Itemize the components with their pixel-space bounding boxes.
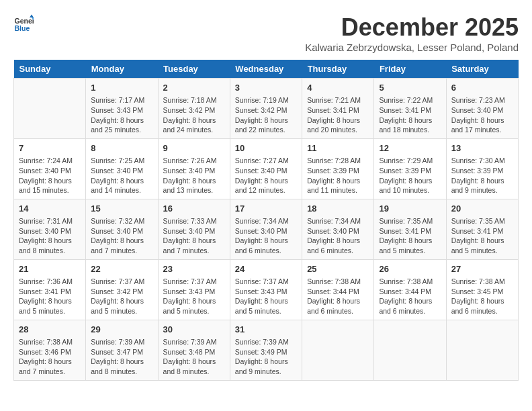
calendar-cell: 6Sunrise: 7:23 AM Sunset: 3:40 PM Daylig… [446, 79, 518, 139]
location-subtitle: Kalwaria Zebrzydowska, Lesser Poland, Po… [305, 42, 519, 53]
calendar-cell: 12Sunrise: 7:29 AM Sunset: 3:39 PM Dayli… [374, 138, 446, 199]
cell-content: Sunrise: 7:38 AM Sunset: 3:46 PM Dayligh… [19, 337, 81, 377]
cell-content: Sunrise: 7:23 AM Sunset: 3:40 PM Dayligh… [451, 95, 513, 135]
day-number: 22 [91, 263, 152, 275]
day-number: 19 [379, 203, 441, 215]
calendar-cell: 9Sunrise: 7:26 AM Sunset: 3:40 PM Daylig… [158, 138, 230, 199]
day-number: 12 [379, 142, 441, 154]
day-number: 5 [379, 82, 441, 94]
day-number: 16 [163, 203, 225, 215]
day-number: 27 [451, 263, 513, 275]
cell-content: Sunrise: 7:22 AM Sunset: 3:41 PM Dayligh… [379, 95, 441, 135]
day-number: 30 [163, 324, 225, 336]
calendar-cell: 16Sunrise: 7:33 AM Sunset: 3:40 PM Dayli… [158, 199, 230, 259]
day-header-friday: Friday [374, 60, 446, 79]
day-number: 4 [307, 82, 369, 94]
calendar-cell: 8Sunrise: 7:25 AM Sunset: 3:40 PM Daylig… [86, 138, 158, 199]
calendar-cell: 28Sunrise: 7:38 AM Sunset: 3:46 PM Dayli… [14, 320, 86, 380]
calendar-cell: 7Sunrise: 7:24 AM Sunset: 3:40 PM Daylig… [14, 138, 86, 199]
day-number: 14 [19, 203, 81, 215]
cell-content: Sunrise: 7:39 AM Sunset: 3:48 PM Dayligh… [163, 337, 225, 377]
calendar-cell: 30Sunrise: 7:39 AM Sunset: 3:48 PM Dayli… [158, 320, 230, 380]
calendar-cell [302, 320, 374, 380]
cell-content: Sunrise: 7:18 AM Sunset: 3:42 PM Dayligh… [163, 95, 225, 135]
day-number: 13 [451, 142, 513, 154]
day-header-saturday: Saturday [446, 60, 518, 79]
day-number: 10 [235, 142, 297, 154]
week-row-2: 7Sunrise: 7:24 AM Sunset: 3:40 PM Daylig… [14, 138, 519, 199]
cell-content: Sunrise: 7:27 AM Sunset: 3:40 PM Dayligh… [235, 156, 297, 195]
cell-content: Sunrise: 7:25 AM Sunset: 3:40 PM Dayligh… [91, 156, 152, 195]
week-row-5: 28Sunrise: 7:38 AM Sunset: 3:46 PM Dayli… [14, 320, 519, 380]
calendar-cell: 14Sunrise: 7:31 AM Sunset: 3:40 PM Dayli… [14, 199, 86, 259]
day-header-row: SundayMondayTuesdayWednesdayThursdayFrid… [14, 60, 519, 79]
day-number: 7 [19, 142, 81, 154]
cell-content: Sunrise: 7:17 AM Sunset: 3:43 PM Dayligh… [91, 95, 152, 135]
day-number: 11 [307, 142, 369, 154]
cell-content: Sunrise: 7:35 AM Sunset: 3:41 PM Dayligh… [451, 216, 513, 256]
day-number: 31 [235, 324, 297, 336]
calendar-cell: 1Sunrise: 7:17 AM Sunset: 3:43 PM Daylig… [86, 79, 158, 139]
day-number: 20 [451, 203, 513, 215]
cell-content: Sunrise: 7:37 AM Sunset: 3:43 PM Dayligh… [235, 277, 297, 316]
calendar-cell: 29Sunrise: 7:39 AM Sunset: 3:47 PM Dayli… [86, 320, 158, 380]
day-header-thursday: Thursday [302, 60, 374, 79]
day-number: 24 [235, 263, 297, 275]
calendar-cell: 23Sunrise: 7:37 AM Sunset: 3:43 PM Dayli… [158, 259, 230, 320]
week-row-1: 1Sunrise: 7:17 AM Sunset: 3:43 PM Daylig… [14, 79, 519, 139]
cell-content: Sunrise: 7:38 AM Sunset: 3:45 PM Dayligh… [451, 277, 513, 316]
calendar-cell: 3Sunrise: 7:19 AM Sunset: 3:42 PM Daylig… [230, 79, 302, 139]
week-row-3: 14Sunrise: 7:31 AM Sunset: 3:40 PM Dayli… [14, 199, 519, 259]
cell-content: Sunrise: 7:39 AM Sunset: 3:47 PM Dayligh… [91, 337, 152, 377]
logo: General Blue [13, 13, 34, 34]
day-number: 21 [19, 263, 81, 275]
cell-content: Sunrise: 7:19 AM Sunset: 3:42 PM Dayligh… [235, 95, 297, 135]
day-header-tuesday: Tuesday [158, 60, 230, 79]
calendar-cell: 31Sunrise: 7:39 AM Sunset: 3:49 PM Dayli… [230, 320, 302, 380]
calendar-cell: 27Sunrise: 7:38 AM Sunset: 3:45 PM Dayli… [446, 259, 518, 320]
day-number: 2 [163, 82, 225, 94]
calendar-cell [446, 320, 518, 380]
day-number: 6 [451, 82, 513, 94]
cell-content: Sunrise: 7:35 AM Sunset: 3:41 PM Dayligh… [379, 216, 441, 256]
calendar-cell: 21Sunrise: 7:36 AM Sunset: 3:41 PM Dayli… [14, 259, 86, 320]
calendar-cell: 25Sunrise: 7:38 AM Sunset: 3:44 PM Dayli… [302, 259, 374, 320]
svg-marker-2 [30, 15, 34, 18]
cell-content: Sunrise: 7:28 AM Sunset: 3:39 PM Dayligh… [307, 156, 369, 195]
calendar-cell: 24Sunrise: 7:37 AM Sunset: 3:43 PM Dayli… [230, 259, 302, 320]
calendar-cell: 18Sunrise: 7:34 AM Sunset: 3:40 PM Dayli… [302, 199, 374, 259]
cell-content: Sunrise: 7:30 AM Sunset: 3:39 PM Dayligh… [451, 156, 513, 195]
calendar-cell [14, 79, 86, 139]
day-number: 25 [307, 263, 369, 275]
calendar-cell: 19Sunrise: 7:35 AM Sunset: 3:41 PM Dayli… [374, 199, 446, 259]
title-area: December 2025 Kalwaria Zebrzydowska, Les… [305, 13, 519, 53]
day-number: 29 [91, 324, 152, 336]
day-header-monday: Monday [86, 60, 158, 79]
cell-content: Sunrise: 7:32 AM Sunset: 3:40 PM Dayligh… [91, 216, 152, 256]
cell-content: Sunrise: 7:29 AM Sunset: 3:39 PM Dayligh… [379, 156, 441, 195]
day-header-wednesday: Wednesday [230, 60, 302, 79]
week-row-4: 21Sunrise: 7:36 AM Sunset: 3:41 PM Dayli… [14, 259, 519, 320]
day-number: 15 [91, 203, 152, 215]
day-number: 8 [91, 142, 152, 154]
cell-content: Sunrise: 7:38 AM Sunset: 3:44 PM Dayligh… [379, 277, 441, 316]
calendar-cell: 17Sunrise: 7:34 AM Sunset: 3:40 PM Dayli… [230, 199, 302, 259]
calendar-cell: 26Sunrise: 7:38 AM Sunset: 3:44 PM Dayli… [374, 259, 446, 320]
cell-content: Sunrise: 7:34 AM Sunset: 3:40 PM Dayligh… [235, 216, 297, 256]
calendar-cell [374, 320, 446, 380]
cell-content: Sunrise: 7:36 AM Sunset: 3:41 PM Dayligh… [19, 277, 81, 316]
cell-content: Sunrise: 7:38 AM Sunset: 3:44 PM Dayligh… [307, 277, 369, 316]
day-number: 23 [163, 263, 225, 275]
logo-icon: General Blue [13, 13, 34, 34]
cell-content: Sunrise: 7:21 AM Sunset: 3:41 PM Dayligh… [307, 95, 369, 135]
month-title: December 2025 [305, 13, 519, 42]
calendar-cell: 15Sunrise: 7:32 AM Sunset: 3:40 PM Dayli… [86, 199, 158, 259]
cell-content: Sunrise: 7:31 AM Sunset: 3:40 PM Dayligh… [19, 216, 81, 256]
cell-content: Sunrise: 7:37 AM Sunset: 3:42 PM Dayligh… [91, 277, 152, 316]
day-number: 28 [19, 324, 81, 336]
day-header-sunday: Sunday [14, 60, 86, 79]
calendar-cell: 11Sunrise: 7:28 AM Sunset: 3:39 PM Dayli… [302, 138, 374, 199]
day-number: 17 [235, 203, 297, 215]
day-number: 18 [307, 203, 369, 215]
svg-text:Blue: Blue [15, 24, 30, 32]
